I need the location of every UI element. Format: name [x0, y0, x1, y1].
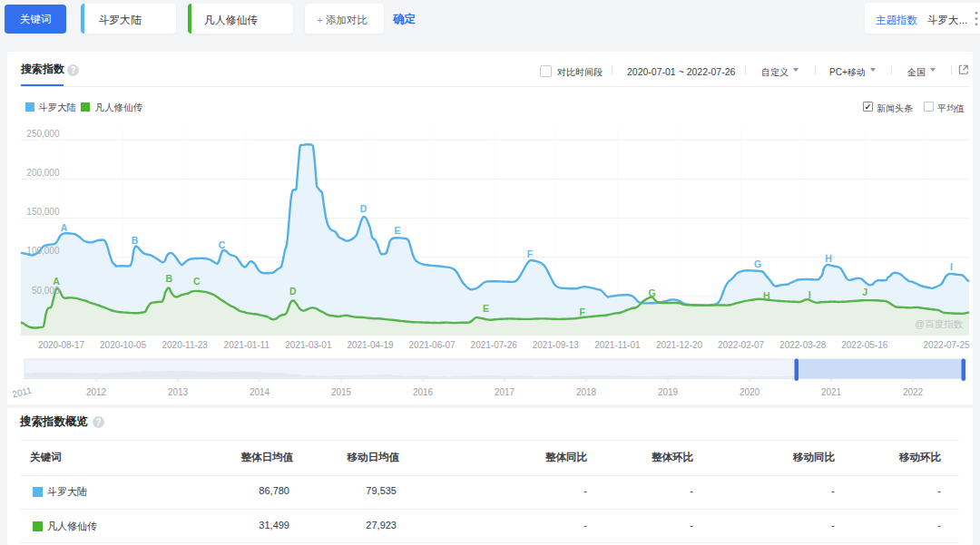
svg-text:2021-06-07: 2021-06-07 — [409, 340, 456, 350]
svg-text:2020-11-23: 2020-11-23 — [162, 340, 208, 350]
svg-text:B: B — [166, 273, 173, 284]
svg-text:D: D — [289, 286, 297, 297]
svg-text:250,000: 250,000 — [26, 129, 60, 139]
svg-text:B: B — [132, 235, 139, 246]
svg-text:I: I — [808, 289, 811, 300]
svg-text:A: A — [61, 222, 68, 233]
svg-text:J: J — [862, 287, 867, 297]
svg-text:F: F — [527, 248, 534, 259]
svg-text:2012: 2012 — [86, 387, 107, 397]
svg-text:I: I — [950, 261, 953, 272]
svg-text:2018: 2018 — [576, 387, 597, 397]
svg-text:2017: 2017 — [495, 387, 515, 397]
svg-text:H: H — [763, 290, 770, 301]
svg-text:2021-09-13: 2021-09-13 — [533, 340, 580, 350]
svg-text:2022-02-07: 2022-02-07 — [718, 340, 765, 350]
svg-text:G: G — [649, 287, 656, 298]
svg-text:G: G — [754, 258, 761, 269]
svg-text:2022-05-16: 2022-05-16 — [841, 340, 888, 350]
svg-text:2021-03-01: 2021-03-01 — [285, 340, 332, 350]
svg-text:2020-10-05: 2020-10-05 — [100, 340, 147, 350]
svg-text:2022: 2022 — [903, 387, 924, 397]
svg-text:E: E — [483, 303, 489, 314]
svg-text:2011: 2011 — [11, 385, 33, 400]
svg-text:@百度指数: @百度指数 — [915, 318, 963, 329]
svg-text:C: C — [219, 239, 226, 250]
svg-text:D: D — [360, 203, 368, 214]
svg-text:A: A — [53, 276, 60, 287]
svg-text:50,000: 50,000 — [32, 286, 60, 296]
svg-text:C: C — [193, 276, 201, 287]
svg-text:2021-11-01: 2021-11-01 — [594, 340, 641, 350]
svg-text:E: E — [394, 225, 400, 236]
svg-text:150,000: 150,000 — [26, 207, 60, 217]
svg-text:2014: 2014 — [250, 387, 270, 397]
svg-text:2020: 2020 — [740, 387, 760, 397]
svg-text:2021-01-11: 2021-01-11 — [224, 340, 270, 350]
svg-text:100,000: 100,000 — [26, 246, 60, 256]
svg-text:2020-08-17: 2020-08-17 — [38, 340, 85, 350]
svg-text:2021-12-20: 2021-12-20 — [656, 340, 703, 350]
svg-text:2013: 2013 — [168, 387, 189, 397]
svg-text:H: H — [825, 253, 832, 264]
svg-text:2021-04-19: 2021-04-19 — [347, 340, 394, 350]
svg-text:2015: 2015 — [331, 387, 352, 397]
svg-text:2022-03-28: 2022-03-28 — [779, 340, 827, 350]
svg-text:2021-07-26: 2021-07-26 — [471, 340, 518, 350]
svg-text:2019: 2019 — [658, 387, 679, 397]
svg-text:2022-07-25: 2022-07-25 — [923, 340, 970, 350]
svg-text:F: F — [579, 307, 585, 317]
svg-text:2016: 2016 — [413, 387, 434, 397]
svg-text:2021: 2021 — [821, 387, 842, 397]
svg-text:200,000: 200,000 — [26, 168, 60, 178]
